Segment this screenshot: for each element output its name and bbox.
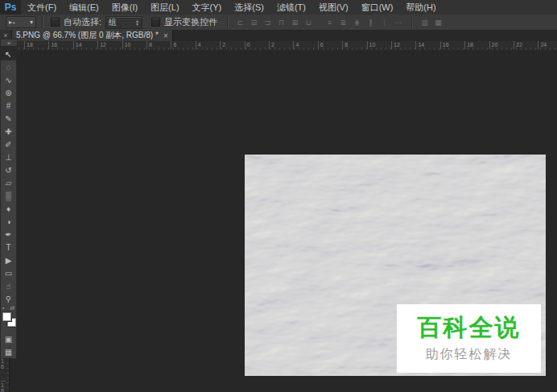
distribute-right-edges-button[interactable]: ⋯ — [392, 16, 404, 28]
show-transform-controls-label: 显示变换控件 — [164, 16, 217, 28]
crop-tool-button[interactable]: # — [1, 99, 16, 112]
menu-select[interactable]: 选择(S) — [228, 0, 270, 14]
eyedropper-tool-button[interactable]: ✎ — [1, 112, 16, 125]
watermark-title: 百科全说 — [418, 314, 521, 341]
ruler-label: 4 — [293, 41, 299, 49]
photoshop-logo: Ps — [0, 0, 21, 14]
auto-select-dropdown[interactable]: 组 ▲▼ — [105, 16, 142, 29]
menu-window[interactable]: 窗口(W) — [355, 0, 400, 14]
move-tool-icon: ▸₊ — [9, 19, 15, 26]
distribute-horizontal-centers-button[interactable]: ⋮ — [378, 16, 390, 28]
ruler-label: 8 — [342, 41, 348, 49]
ruler-label: 18 — [1, 381, 6, 392]
quick-mask-button[interactable]: ▣ — [1, 332, 16, 345]
eraser-tool-button[interactable]: ▱ — [1, 176, 16, 189]
hand-tool-button[interactable]: ☝ — [1, 279, 16, 292]
menu-bar: Ps 文件(F) 编辑(E) 图像(I) 图层(L) 文字(Y) 选择(S) 滤… — [0, 0, 557, 15]
quick-selection-tool-button[interactable]: ⊛ — [1, 86, 16, 99]
ruler-label: 18 — [24, 41, 33, 49]
clone-stamp-tool-button[interactable]: ⊥ — [1, 151, 16, 163]
ruler-label: 16 — [440, 41, 449, 49]
path-selection-tool-button[interactable]: ▶ — [1, 254, 16, 266]
menu-filter[interactable]: 滤镜(T) — [270, 0, 312, 14]
screen-mode-button[interactable]: ▦ — [1, 345, 16, 358]
gradient-tool-button[interactable]: ▒ — [1, 189, 16, 202]
ruler-label: 2 — [220, 41, 225, 49]
rectangle-tool-button[interactable]: ▭ — [1, 266, 16, 279]
tool-options-bar: ▸₊ ▾ 自动选择: 组 ▲▼ 显示变换控件 ⊏ ⊟ ⊐ ⊓ ⊞ ⊔ ≡ ≣ ⋕… — [0, 14, 557, 31]
ruler-label: 4 — [196, 41, 201, 49]
foreground-color-swatch[interactable] — [2, 312, 11, 321]
align-top-edges-button[interactable]: ⊓ — [275, 16, 287, 28]
watermark-subtitle: 助你轻松解决 — [426, 346, 513, 363]
default-colors-icon[interactable]: ▪ — [2, 305, 4, 311]
ruler-label: 24 — [538, 41, 547, 49]
tools-panel-grip[interactable]: ▸▸ — [0, 39, 18, 47]
menu-type[interactable]: 文字(Y) — [186, 0, 229, 14]
menu-edit[interactable]: 编辑(E) — [63, 0, 105, 14]
document-tab-bar: × 5.PNG @ 66.7% (图层 0 副本, RGB/8) * × — [0, 30, 557, 41]
ruler-label: 16 — [48, 41, 57, 49]
ruler-label: 2 — [269, 41, 274, 49]
document-tab[interactable]: 5.PNG @ 66.7% (图层 0 副本, RGB/8) * × — [12, 30, 173, 41]
toggle-3d-mode-button[interactable]: ▦ — [432, 16, 444, 28]
distribute-left-edges-button[interactable]: ∥ — [365, 16, 377, 28]
align-left-edges-button[interactable]: ⊏ — [234, 16, 246, 28]
spinner-arrows-icon: ▲▼ — [135, 19, 139, 26]
dodge-tool-button[interactable]: ◑ — [1, 215, 16, 228]
menu-view[interactable]: 视图(V) — [312, 0, 355, 14]
blur-tool-button[interactable]: ♦ — [1, 202, 16, 215]
align-right-edges-button[interactable]: ⊐ — [262, 16, 274, 28]
ruler-label: 14 — [73, 41, 82, 49]
auto-select-checkbox[interactable] — [51, 18, 60, 27]
ruler-label: 20 — [489, 41, 498, 49]
ruler-label: 0 — [245, 41, 250, 49]
ruler-label: 8 — [146, 41, 152, 49]
pen-tool-button[interactable]: ✒ — [1, 228, 16, 241]
ruler-label: 22 — [514, 41, 522, 49]
auto-select-value: 组 — [109, 17, 117, 28]
distribute-top-edges-button[interactable]: ≡ — [324, 16, 336, 28]
align-horizontal-centers-button[interactable]: ⊟ — [248, 16, 260, 28]
separator — [42, 16, 43, 28]
color-controls: ▪ ⇄ — [1, 305, 16, 332]
ruler-label: 12 — [97, 41, 106, 49]
ruler-label: 6 — [318, 41, 324, 49]
align-vertical-centers-button[interactable]: ⊞ — [289, 16, 301, 28]
ruler-label: 18 — [464, 41, 473, 49]
type-tool-button[interactable]: T — [1, 241, 16, 254]
elliptical-marquee-tool-button[interactable]: ◌ — [1, 60, 16, 73]
tool-preset-picker[interactable]: ▸₊ ▾ — [6, 16, 36, 28]
menu-layer[interactable]: 图层(L) — [144, 0, 185, 14]
canvas-area[interactable]: 百科全说 助你轻松解决 — [17, 50, 557, 392]
spot-healing-brush-tool-button[interactable]: ✚ — [1, 125, 16, 138]
ruler-label: 10 — [367, 41, 376, 49]
menu-image[interactable]: 图像(I) — [105, 0, 144, 14]
tools-panel: ↖ ◌ ∿ ⊛ # ✎ ✚ ✐ ⊥ ↺ ▱ ▒ ♦ ◑ ✒ T ▶ ▭ ☝ ⚲ … — [0, 47, 17, 359]
history-brush-tool-button[interactable]: ↺ — [1, 163, 16, 176]
menu-file[interactable]: 文件(F) — [21, 0, 63, 14]
distribute-vertical-centers-button[interactable]: ≣ — [337, 16, 349, 28]
align-bottom-edges-button[interactable]: ⊔ — [303, 16, 315, 28]
tab-close-icon[interactable]: × — [163, 31, 168, 40]
brush-tool-button[interactable]: ✐ — [1, 138, 16, 151]
chevron-down-icon: ▾ — [30, 19, 33, 26]
photoshop-window: Ps 文件(F) 编辑(E) 图像(I) 图层(L) 文字(Y) 选择(S) 滤… — [0, 0, 557, 392]
auto-align-layers-button[interactable]: ▥ — [419, 16, 431, 28]
separator — [227, 16, 229, 28]
distribute-bottom-edges-button[interactable]: ⋕ — [351, 16, 363, 28]
zoom-tool-button[interactable]: ⚲ — [1, 292, 16, 305]
separator — [411, 16, 413, 28]
swap-colors-icon[interactable]: ⇄ — [10, 305, 14, 312]
auto-select-label: 自动选择: — [64, 16, 101, 28]
polygonal-lasso-tool-button[interactable]: ∿ — [1, 73, 16, 86]
ruler-label: 6 — [171, 41, 176, 49]
ruler-label: 10 — [122, 41, 131, 49]
document-tab-title: 5.PNG @ 66.7% (图层 0 副本, RGB/8) * — [16, 30, 159, 41]
menu-help[interactable]: 帮助(H) — [399, 0, 442, 14]
document-image[interactable]: 百科全说 助你轻松解决 — [245, 155, 546, 376]
move-tool-button[interactable]: ↖ — [1, 47, 16, 60]
ruler-label: 14 — [415, 41, 424, 49]
ruler-label: 12 — [391, 41, 400, 49]
show-transform-controls-checkbox[interactable] — [151, 18, 160, 27]
